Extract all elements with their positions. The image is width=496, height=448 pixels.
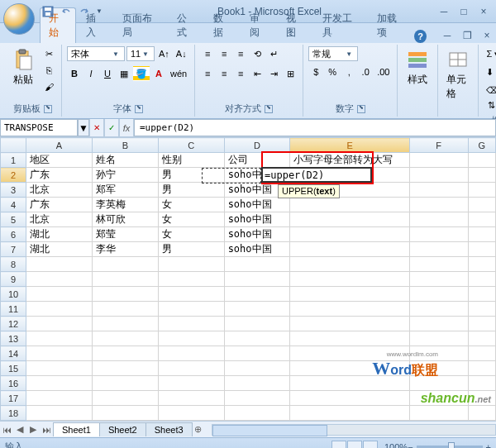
row-header-12[interactable]: 12 xyxy=(1,317,26,331)
cell-C13[interactable] xyxy=(158,331,224,346)
number-format-dropdown[interactable]: 常规▼ xyxy=(308,46,358,61)
align-left-icon[interactable]: ≡ xyxy=(200,66,215,81)
cell-A11[interactable] xyxy=(26,302,93,317)
row-header-1[interactable]: 1 xyxy=(1,153,26,168)
cell-F6[interactable] xyxy=(409,227,468,242)
row-header-4[interactable]: 4 xyxy=(1,198,26,212)
fill-color-icon[interactable]: 🪣 xyxy=(133,66,150,81)
view-layout-icon[interactable] xyxy=(347,441,362,449)
row-header-6[interactable]: 6 xyxy=(1,227,26,242)
cell-C5[interactable]: 女 xyxy=(158,212,224,227)
currency-icon[interactable]: $ xyxy=(308,64,323,79)
decrease-font-icon[interactable]: A↓ xyxy=(174,46,189,61)
cell-C17[interactable] xyxy=(158,391,224,406)
cell-E17[interactable] xyxy=(290,391,409,406)
cell-G14[interactable] xyxy=(468,346,495,361)
view-normal-icon[interactable] xyxy=(331,441,346,449)
cell-C1[interactable]: 性别 xyxy=(158,153,224,168)
increase-decimal-icon[interactable]: .0 xyxy=(358,64,373,79)
cell-A6[interactable]: 湖北 xyxy=(26,227,93,242)
fx-icon[interactable]: fx xyxy=(119,119,134,136)
number-launcher-icon[interactable] xyxy=(357,105,365,113)
row-header-2[interactable]: 2 xyxy=(1,168,26,183)
cell-G15[interactable] xyxy=(468,361,495,376)
row-header-9[interactable]: 9 xyxy=(1,272,26,287)
cell-A5[interactable]: 北京 xyxy=(26,212,93,227)
cell-C15[interactable] xyxy=(158,361,224,376)
increase-indent-icon[interactable]: ⇥ xyxy=(266,66,281,81)
maximize-button[interactable]: □ xyxy=(455,4,473,19)
clipboard-launcher-icon[interactable] xyxy=(44,105,52,113)
zoom-slider[interactable] xyxy=(417,446,483,449)
cell-G16[interactable] xyxy=(468,376,495,391)
row-header-11[interactable]: 11 xyxy=(1,302,26,317)
cell-E11[interactable] xyxy=(290,302,409,317)
cell-G7[interactable] xyxy=(468,242,495,257)
cell-D17[interactable] xyxy=(224,391,290,406)
copy-icon[interactable]: ⎘ xyxy=(41,63,56,78)
cell-F13[interactable] xyxy=(409,331,468,346)
formula-cancel-icon[interactable]: ✕ xyxy=(89,119,104,136)
font-name-dropdown[interactable]: 宋体▼ xyxy=(67,46,125,61)
cell-D1[interactable]: 公司 xyxy=(224,153,290,168)
col-header-C[interactable]: C xyxy=(158,138,224,153)
autosum-icon[interactable]: Σ ▾ xyxy=(484,46,496,61)
sheet-tab-3[interactable]: Sheet3 xyxy=(145,422,193,436)
row-header-16[interactable]: 16 xyxy=(1,376,26,391)
clear-icon[interactable]: ⌫ ▾ xyxy=(484,83,496,98)
cell-B16[interactable] xyxy=(92,376,158,391)
cell-C16[interactable] xyxy=(158,376,224,391)
cell-A7[interactable]: 湖北 xyxy=(26,242,93,257)
cell-D4[interactable]: soho中国 xyxy=(224,198,290,212)
font-size-dropdown[interactable]: 11▼ xyxy=(126,46,155,61)
cell-C2[interactable]: 男 xyxy=(158,168,224,183)
border-icon[interactable]: ▦ xyxy=(117,66,131,81)
cell-A12[interactable] xyxy=(26,317,93,331)
cell-D12[interactable] xyxy=(224,317,290,331)
cell-C9[interactable] xyxy=(158,272,224,287)
cell-B18[interactable] xyxy=(92,406,158,421)
doc-minimize-button[interactable]: ─ xyxy=(438,28,456,43)
cell-F4[interactable] xyxy=(409,198,468,212)
align-launcher-icon[interactable] xyxy=(265,105,273,113)
col-header-D[interactable]: D xyxy=(224,138,290,153)
redo-icon[interactable] xyxy=(78,5,91,18)
cell-F12[interactable] xyxy=(409,317,468,331)
cells-button[interactable]: 单元格 xyxy=(443,46,473,102)
cell-E9[interactable] xyxy=(290,272,409,287)
cell-C11[interactable] xyxy=(158,302,224,317)
comma-icon[interactable]: , xyxy=(341,64,356,79)
align-middle-icon[interactable]: ≡ xyxy=(217,46,231,61)
row-header-5[interactable]: 5 xyxy=(1,212,26,227)
name-box[interactable]: TRANSPOSE xyxy=(0,119,78,136)
italic-button[interactable]: I xyxy=(83,66,98,81)
cell-G1[interactable] xyxy=(468,153,495,168)
office-button[interactable] xyxy=(3,3,35,35)
cell-C18[interactable] xyxy=(158,406,224,421)
cell-A9[interactable] xyxy=(26,272,93,287)
view-pagebreak-icon[interactable] xyxy=(363,441,378,449)
cell-D7[interactable]: soho中国 xyxy=(224,242,290,257)
tab-nav-next-icon[interactable]: ▶ xyxy=(26,424,40,435)
cell-D11[interactable] xyxy=(224,302,290,317)
sort-filter-icon[interactable]: ⇅ xyxy=(484,98,496,112)
font-launcher-icon[interactable] xyxy=(135,105,143,113)
row-header-14[interactable]: 14 xyxy=(1,346,26,361)
cell-E10[interactable] xyxy=(290,287,409,302)
fill-icon[interactable]: ⬇ ▾ xyxy=(484,64,496,79)
cell-A3[interactable]: 北京 xyxy=(26,183,93,198)
cell-G6[interactable] xyxy=(468,227,495,242)
cell-B17[interactable] xyxy=(92,391,158,406)
cell-B15[interactable] xyxy=(92,361,158,376)
horizontal-scrollbar[interactable] xyxy=(212,424,496,436)
cell-A1[interactable]: 地区 xyxy=(26,153,93,168)
cell-A17[interactable] xyxy=(26,391,93,406)
wrap-text-icon[interactable]: ↵ xyxy=(266,46,281,61)
decrease-indent-icon[interactable]: ⇤ xyxy=(250,66,265,81)
cell-G11[interactable] xyxy=(468,302,495,317)
align-top-icon[interactable]: ≡ xyxy=(200,46,215,61)
tab-review[interactable]: 审阅 xyxy=(241,8,276,43)
tab-data[interactable]: 数据 xyxy=(205,8,240,43)
align-bottom-icon[interactable]: ≡ xyxy=(233,46,248,61)
cut-icon[interactable]: ✂ xyxy=(41,46,56,61)
